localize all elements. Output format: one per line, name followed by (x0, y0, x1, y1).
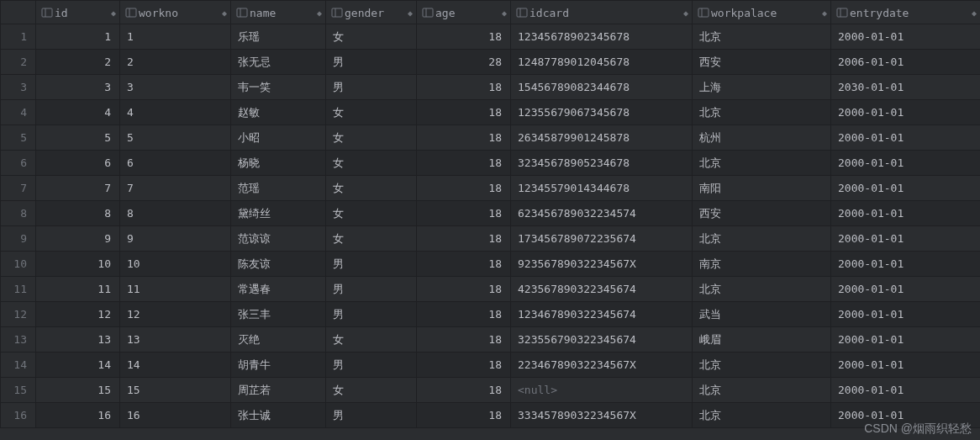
cell-gender[interactable]: 男 (326, 75, 417, 100)
cell-workno[interactable]: 1 (120, 24, 231, 50)
cell-age[interactable]: 18 (417, 75, 511, 100)
row-number[interactable]: 11 (1, 277, 36, 302)
cell-age[interactable]: 28 (417, 50, 511, 75)
cell-name[interactable]: 胡青牛 (231, 353, 326, 378)
cell-age[interactable]: 18 (417, 378, 511, 403)
cell-workpalace[interactable]: 北京 (693, 151, 831, 176)
cell-entrydate[interactable]: 2000-01-01 (831, 151, 981, 176)
cell-gender[interactable]: 女 (326, 100, 417, 125)
cell-workpalace[interactable]: 南阳 (693, 176, 831, 201)
cell-idcard[interactable]: 173456789072235674 (511, 226, 693, 252)
cell-workpalace[interactable]: 北京 (693, 100, 831, 125)
cell-entrydate[interactable]: 2000-01-01 (831, 176, 981, 201)
row-number[interactable]: 12 (1, 302, 36, 327)
column-header-gender[interactable]: gender◆ (326, 1, 417, 24)
cell-age[interactable]: 18 (417, 151, 511, 176)
cell-idcard[interactable]: <null> (511, 378, 693, 403)
cell-workpalace[interactable]: 北京 (693, 403, 831, 428)
cell-workpalace[interactable]: 峨眉 (693, 327, 831, 353)
sort-icon[interactable]: ◆ (111, 8, 116, 17)
row-number[interactable]: 6 (1, 151, 36, 176)
cell-name[interactable]: 赵敏 (231, 100, 326, 125)
cell-id[interactable]: 6 (36, 151, 120, 176)
row-number[interactable]: 4 (1, 100, 36, 125)
cell-entrydate[interactable]: 2000-01-01 (831, 277, 981, 302)
cell-name[interactable]: 小昭 (231, 125, 326, 151)
table-row[interactable]: 777范瑶女1812345579014344678南阳2000-01-01 (1, 176, 981, 201)
cell-idcard[interactable]: 33345789032234567X (511, 403, 693, 428)
row-number[interactable]: 14 (1, 353, 36, 378)
cell-age[interactable]: 18 (417, 100, 511, 125)
cell-idcard[interactable]: 32345678905234678 (511, 151, 693, 176)
cell-entrydate[interactable]: 2000-01-01 (831, 100, 981, 125)
cell-age[interactable]: 18 (417, 24, 511, 50)
table-row[interactable]: 111111常遇春男18423567890322345674北京2000-01-… (1, 277, 981, 302)
row-number[interactable]: 8 (1, 201, 36, 226)
cell-workpalace[interactable]: 北京 (693, 226, 831, 252)
cell-workno[interactable]: 8 (120, 201, 231, 226)
row-number[interactable]: 5 (1, 125, 36, 151)
cell-age[interactable]: 18 (417, 226, 511, 252)
cell-gender[interactable]: 女 (326, 125, 417, 151)
cell-workpalace[interactable]: 北京 (693, 353, 831, 378)
cell-idcard[interactable]: 623456789032234574 (511, 201, 693, 226)
cell-workpalace[interactable]: 北京 (693, 277, 831, 302)
cell-entrydate[interactable]: 2000-01-01 (831, 302, 981, 327)
cell-workno[interactable]: 6 (120, 151, 231, 176)
sort-icon[interactable]: ◆ (317, 8, 322, 17)
cell-workno[interactable]: 4 (120, 100, 231, 125)
cell-name[interactable]: 乐瑶 (231, 24, 326, 50)
cell-workno[interactable]: 12 (120, 302, 231, 327)
cell-name[interactable]: 范瑶 (231, 176, 326, 201)
row-number[interactable]: 3 (1, 75, 36, 100)
cell-id[interactable]: 8 (36, 201, 120, 226)
column-header-workpalace[interactable]: workpalace◆ (693, 1, 831, 24)
cell-idcard[interactable]: 123467890322345674 (511, 302, 693, 327)
cell-workno[interactable]: 3 (120, 75, 231, 100)
cell-age[interactable]: 18 (417, 327, 511, 353)
cell-entrydate[interactable]: 2000-01-01 (831, 353, 981, 378)
table-row[interactable]: 666杨晓女1832345678905234678北京2000-01-01 (1, 151, 981, 176)
cell-id[interactable]: 7 (36, 176, 120, 201)
cell-id[interactable]: 12 (36, 302, 120, 327)
cell-gender[interactable]: 男 (326, 302, 417, 327)
cell-name[interactable]: 陈友谅 (231, 252, 326, 277)
table-row[interactable]: 161616张士诚男1833345789032234567X北京2000-01-… (1, 403, 981, 428)
row-number[interactable]: 9 (1, 226, 36, 252)
cell-entrydate[interactable]: 2000-01-01 (831, 226, 981, 252)
cell-entrydate[interactable]: 2000-01-01 (831, 378, 981, 403)
cell-gender[interactable]: 女 (326, 24, 417, 50)
cell-name[interactable]: 黛绮丝 (231, 201, 326, 226)
table-row[interactable]: 333韦一笑男1815456789082344678上海2030-01-01 (1, 75, 981, 100)
cell-idcard[interactable]: 15456789082344678 (511, 75, 693, 100)
column-header-idcard[interactable]: idcard◆ (511, 1, 693, 24)
sort-icon[interactable]: ◆ (822, 8, 827, 17)
cell-name[interactable]: 范谅谅 (231, 226, 326, 252)
table-row[interactable]: 131313灭绝女18323556790322345674峨眉2000-01-0… (1, 327, 981, 353)
cell-id[interactable]: 15 (36, 378, 120, 403)
cell-workpalace[interactable]: 武当 (693, 302, 831, 327)
cell-name[interactable]: 杨晓 (231, 151, 326, 176)
cell-idcard[interactable]: 12355679067345678 (511, 100, 693, 125)
table-row[interactable]: 444赵敏女1812355679067345678北京2000-01-01 (1, 100, 981, 125)
row-number[interactable]: 16 (1, 403, 36, 428)
cell-age[interactable]: 18 (417, 252, 511, 277)
table-row[interactable]: 888黛绮丝女18623456789032234574西安2000-01-01 (1, 201, 981, 226)
row-number[interactable]: 1 (1, 24, 36, 50)
column-header-name[interactable]: name◆ (231, 1, 326, 24)
cell-id[interactable]: 3 (36, 75, 120, 100)
sort-icon[interactable]: ◆ (683, 8, 688, 17)
row-number-header[interactable] (1, 1, 36, 24)
cell-age[interactable]: 18 (417, 302, 511, 327)
cell-entrydate[interactable]: 2000-01-01 (831, 125, 981, 151)
cell-id[interactable]: 14 (36, 353, 120, 378)
cell-workno[interactable]: 13 (120, 327, 231, 353)
cell-gender[interactable]: 女 (326, 327, 417, 353)
column-header-id[interactable]: id◆ (36, 1, 120, 24)
cell-gender[interactable]: 女 (326, 201, 417, 226)
cell-workno[interactable]: 14 (120, 353, 231, 378)
cell-name[interactable]: 常遇春 (231, 277, 326, 302)
table-row[interactable]: 141414胡青牛男1822346789032234567X北京2000-01-… (1, 353, 981, 378)
column-header-entrydate[interactable]: entrydate◆ (831, 1, 981, 24)
cell-workpalace[interactable]: 西安 (693, 50, 831, 75)
